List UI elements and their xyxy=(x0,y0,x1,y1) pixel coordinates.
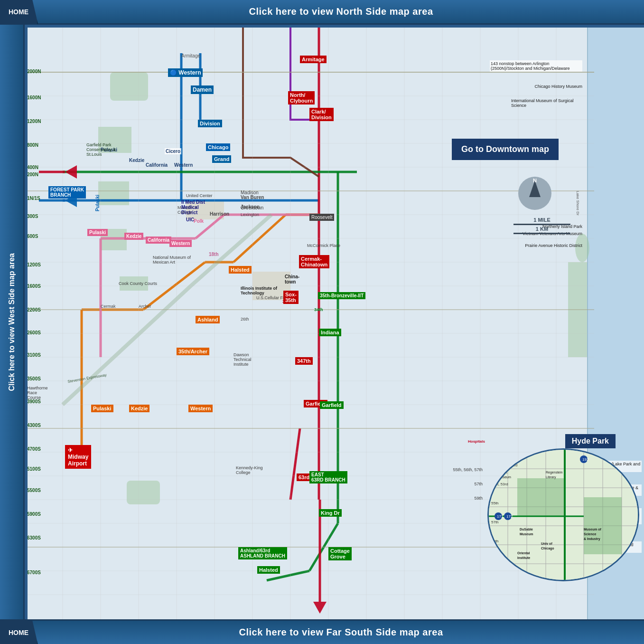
conservatory-label: Garfield Park Conservatory & St.Louis xyxy=(86,142,120,157)
scale-bar: 1 MILE 1 KM xyxy=(513,217,570,235)
street-5100s: 5100S xyxy=(27,466,41,472)
cicero-label: Cicero xyxy=(165,148,181,154)
18th-station: 18th xyxy=(209,252,219,257)
home-label-top: HOME xyxy=(9,8,28,16)
35th-bronzeville-station: 35th-Bronzeville-IIT xyxy=(318,292,365,299)
hyde-park-label: Hyde Park xyxy=(565,434,616,448)
scale-line-mile xyxy=(513,224,570,225)
home-label-bottom: HOME xyxy=(9,629,28,636)
north-title-text: Click here to view North Side map area xyxy=(249,6,433,17)
kedzie-station-orange: Kedzie xyxy=(129,405,149,412)
street-4700s: 4700S xyxy=(27,446,41,452)
26th-label: 26th xyxy=(241,317,249,322)
hyde-park-label-text: Hyde Park xyxy=(572,437,609,445)
humboldt-park xyxy=(110,72,148,101)
street-4300s: 4300S xyxy=(27,423,41,428)
king-dr-station: King Dr xyxy=(319,509,342,517)
svg-text:DuSable: DuSable xyxy=(520,528,533,531)
info-143: 143 nonstop between Arlington (2500N)/St… xyxy=(490,60,582,72)
pulaski-station-orange: Pulaski xyxy=(91,405,113,412)
kedzie-label: Kedzie xyxy=(129,158,144,163)
kedzie-station-pink: Kedzie xyxy=(124,233,143,240)
med-dist-label: Il Med DistMedicalDistrict xyxy=(181,199,205,215)
svg-text:55th: 55th xyxy=(491,501,499,505)
marquette-park xyxy=(127,481,160,504)
chicago-station-blue: Chicago xyxy=(206,143,230,151)
home-button-top[interactable]: HOME xyxy=(0,0,38,24)
street-1200s: 1200S xyxy=(27,262,41,267)
svg-text:Chicago: Chicago xyxy=(541,547,554,550)
cermak-archer-label: Archer xyxy=(139,304,151,309)
street-2000n: 2000N xyxy=(27,69,41,74)
ashland-station-orange: Ashland xyxy=(196,316,220,323)
info-chicago-history: Chicago History Museum xyxy=(534,84,582,89)
street-1600n: 1600N xyxy=(27,95,41,100)
bottom-navigation-bar[interactable]: HOME Click here to view Far South Side m… xyxy=(0,619,644,644)
compass-circle: N xyxy=(518,177,551,210)
left-navigation-bar[interactable]: Click here to view West Side map area xyxy=(0,25,25,619)
street-3100s: 3100S xyxy=(27,352,41,358)
clark-division-station: Clark/Division xyxy=(309,108,334,121)
pulaski-blue-label: Pulaski xyxy=(95,195,100,211)
svg-text:& Industry: & Industry xyxy=(584,537,600,541)
34th-label: 34th xyxy=(314,307,323,312)
svg-text:Oriental: Oriental xyxy=(517,551,530,555)
hospitals-label: Hospitals xyxy=(468,439,485,444)
map-container: 🔵 Western Damen Division Chicago Grand F… xyxy=(25,25,644,619)
west-side-link[interactable]: Click here to view West Side map area xyxy=(8,253,16,391)
western-station-orange: Western xyxy=(188,405,213,412)
street-1600s: 1600S xyxy=(27,284,41,289)
scale-km-label: 1 KM xyxy=(513,226,570,232)
mexican-art-museum-label: National Museum of Mexican Art xyxy=(153,255,196,265)
street-800n: 800N xyxy=(27,142,38,148)
svg-text:171: 171 xyxy=(497,514,504,519)
north-clybourn-station: North/Clybourn xyxy=(288,91,315,104)
street-200n: 200N xyxy=(27,172,38,177)
home-button-bottom[interactable]: HOME xyxy=(0,620,38,644)
downtown-map-button[interactable]: Go to Downtown map xyxy=(452,139,559,160)
cermak-label: Cermak xyxy=(101,304,116,309)
35th-archer-station: 35th/Archer xyxy=(177,348,209,355)
info-surgical-science: International Museum of Surgical Science xyxy=(511,98,582,108)
lexington-label: Lexington xyxy=(241,212,259,217)
street-6300s: 6300S xyxy=(27,535,41,540)
street-300s: 300S xyxy=(27,214,38,219)
north-side-link[interactable]: Click here to view North Side map area xyxy=(38,6,644,17)
forest-park-label: FOREST PARKBRANCH xyxy=(48,186,86,199)
cottage-grove-station: CottageGrove xyxy=(328,547,352,560)
street-5500s: 5500S xyxy=(27,488,41,493)
madison-label: Madison xyxy=(241,190,259,195)
info-prairie-avenue: Prairie Avenue Historic District xyxy=(525,243,582,248)
polk-station: Polk xyxy=(194,218,204,224)
california-station-pink: California xyxy=(146,237,171,244)
kennedy-king-label: Kennedy-King College xyxy=(236,465,269,475)
damen-station: Damen xyxy=(191,85,214,94)
grand-station: Grand xyxy=(212,155,231,163)
47th-station-red: 347th xyxy=(295,357,313,365)
armitage-street-label: Armitage xyxy=(181,53,200,58)
svg-text:Library: Library xyxy=(546,475,556,479)
svg-text:Museum: Museum xyxy=(520,532,533,536)
west-title-text: Click here to view West Side map area xyxy=(8,253,16,391)
south-side-link[interactable]: Click here to view Far South Side map ar… xyxy=(38,627,644,638)
scale-line-km xyxy=(513,233,570,234)
cermak-chinatown-station: Cermak-Chinatown xyxy=(299,255,329,268)
top-navigation-bar[interactable]: HOME Click here to view North Side map a… xyxy=(0,0,644,25)
street-6700s: 6700S xyxy=(27,570,41,575)
scale-mile-label: 1 MILE xyxy=(513,217,570,223)
svg-text:Univ of: Univ of xyxy=(541,542,552,545)
59th-label-hp: 59th xyxy=(474,496,483,501)
63rd-branch-station: EAST63RD BRANCH xyxy=(309,471,347,483)
uic-label: UIC xyxy=(186,217,194,222)
sox-35th-station: Sox-35th xyxy=(283,291,299,304)
indiana-station: Indiana xyxy=(319,329,341,336)
burnham-park xyxy=(568,262,587,357)
svg-rect-83 xyxy=(517,478,565,516)
greektown-label: Greektown xyxy=(241,205,263,210)
iit-label: Illinois Institute of Technology xyxy=(241,286,279,295)
svg-rect-84 xyxy=(584,497,622,554)
map-content: 🔵 Western Damen Division Chicago Grand F… xyxy=(25,25,644,619)
united-center-label: United Center xyxy=(186,193,213,198)
halsted-station-green: Halsted xyxy=(257,566,280,574)
57th-label-hp: 57th xyxy=(474,482,483,486)
